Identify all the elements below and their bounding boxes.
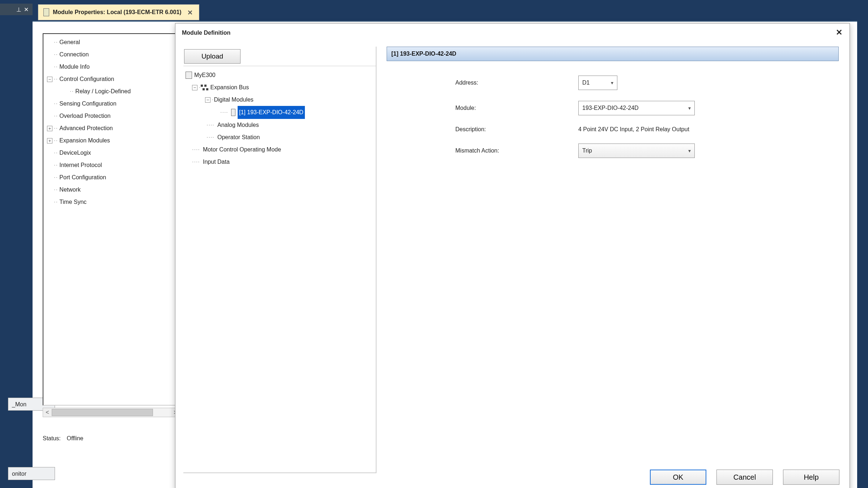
definition-tree[interactable]: MyE300 − · Expansion Bus − · Digital Mod… <box>183 66 376 171</box>
description-label: Description: <box>455 126 578 133</box>
nav-item-label: Connection <box>59 48 89 61</box>
upload-button[interactable]: Upload <box>184 49 241 64</box>
close-tab-icon[interactable]: ✕ <box>187 9 194 16</box>
nav-horizontal-scrollbar[interactable]: < > <box>43 408 180 417</box>
tree-selected-label: [1] 193-EXP-DIO-42-24D <box>238 106 305 119</box>
bus-icon <box>201 85 208 90</box>
nav-item-label: Expansion Modules <box>59 134 110 147</box>
tree-node-digital-modules[interactable]: − · Digital Modules <box>186 94 374 106</box>
row-mismatch: Mismatch Action: Trip ▾ <box>455 144 839 158</box>
description-value: 4 Point 24V DC Input, 2 Point Relay Outp… <box>578 126 689 133</box>
editor-area: _Mon onitor ·· General·· Connection·· Mo… <box>33 21 857 488</box>
tree-node-selected-module[interactable]: ···· [1] 193-EXP-DIO-42-24D <box>186 106 374 119</box>
nav-item[interactable]: ·· Internet Protocol <box>43 159 180 171</box>
module-label: Module: <box>455 105 578 111</box>
expand-icon[interactable]: + <box>47 126 52 131</box>
chevron-down-icon: ▾ <box>688 105 691 111</box>
nav-item-label: Network <box>59 184 81 196</box>
tree-node-root[interactable]: MyE300 <box>186 69 374 81</box>
nav-item-label: Port Configuration <box>59 171 106 184</box>
nav-item[interactable]: +·· Advanced Protection <box>43 122 180 134</box>
properties-nav-pane: ·· General·· Connection·· Module Info−··… <box>43 33 180 406</box>
document-tab-strip: Module Properties: Local (193-ECM-ETR 6.… <box>38 4 199 23</box>
pin-icon[interactable]: ⊥ <box>15 6 22 13</box>
help-button[interactable]: Help <box>783 470 839 485</box>
nav-item[interactable]: ·· Relay / Logic-Defined <box>43 85 180 98</box>
collapse-icon[interactable]: − <box>205 97 210 103</box>
scroll-track[interactable] <box>52 408 171 417</box>
nav-item[interactable]: ·· Time Sync <box>43 196 180 208</box>
nav-item[interactable]: ·· General <box>43 36 180 48</box>
dialog-button-row: OK Cancel Help <box>650 470 839 485</box>
module-icon <box>43 8 49 16</box>
nav-item[interactable]: ·· Port Configuration <box>43 171 180 184</box>
expand-icon[interactable]: + <box>47 138 52 144</box>
scroll-thumb[interactable] <box>52 409 153 416</box>
collapse-icon[interactable]: − <box>192 85 197 90</box>
detail-form: Address: D1 ▾ Module: 193-EXP-DIO-42-24D… <box>387 61 839 158</box>
cancel-button[interactable]: Cancel <box>716 470 773 485</box>
row-description: Description: 4 Point 24V DC Input, 2 Poi… <box>455 126 839 133</box>
nav-item[interactable]: ·· DeviceLogix <box>43 147 180 159</box>
document-tab-module-properties[interactable]: Module Properties: Local (193-ECM-ETR 6.… <box>38 4 199 20</box>
address-label: Address: <box>455 80 578 86</box>
nav-item-label: Advanced Protection <box>59 122 113 134</box>
detail-pane: [1] 193-EXP-DIO-42-24D Address: D1 ▾ Mod… <box>387 47 839 169</box>
nav-item[interactable]: ·· Connection <box>43 48 180 61</box>
tree-node-expansion-bus[interactable]: − · Expansion Bus <box>186 81 374 94</box>
mismatch-combo[interactable]: Trip ▾ <box>578 144 695 158</box>
tree-node-motor-control[interactable]: ···· Motor Control Operating Mode <box>186 144 374 156</box>
dialog-title-text: Module Definition <box>182 30 230 36</box>
tree-node-operator-station[interactable]: ···· Operator Station <box>186 131 374 144</box>
nav-item-label: Internet Protocol <box>59 159 102 171</box>
device-icon <box>186 72 192 79</box>
row-address: Address: D1 ▾ <box>455 76 839 90</box>
upload-row: Upload <box>183 47 376 66</box>
nav-item[interactable]: −·· Control Configuration <box>43 73 180 85</box>
status-line: Status: Offline <box>43 434 83 442</box>
module-definition-dialog: Module Definition ✕ Upload MyE300 − · <box>175 23 850 488</box>
detail-header: [1] 193-EXP-DIO-42-24D <box>387 47 839 61</box>
nav-item[interactable]: +·· Expansion Modules <box>43 134 180 147</box>
nav-item-label: Relay / Logic-Defined <box>75 85 131 98</box>
tree-node-input-data[interactable]: ···· Input Data <box>186 156 374 168</box>
module-icon <box>231 109 235 116</box>
chevron-down-icon: ▾ <box>611 80 613 86</box>
chevron-down-icon: ▾ <box>688 148 691 154</box>
nav-item-label: General <box>59 36 80 48</box>
status-value: Offline <box>67 435 83 441</box>
definition-tree-pane: Upload MyE300 − · Expansion Bus − <box>183 47 376 473</box>
nav-item-label: Control Configuration <box>59 73 114 85</box>
tree-node-analog-modules[interactable]: ···· Analog Modules <box>186 119 374 131</box>
nav-item[interactable]: ·· Module Info <box>43 61 180 73</box>
nav-item-label: Time Sync <box>59 196 86 208</box>
document-tab-title: Module Properties: Local (193-ECM-ETR 6.… <box>53 9 182 16</box>
module-combo[interactable]: 193-EXP-DIO-42-24D ▾ <box>578 101 695 115</box>
status-label: Status: <box>43 435 61 441</box>
dialog-close-button[interactable]: ✕ <box>832 26 846 39</box>
mismatch-label: Mismatch Action: <box>455 147 578 154</box>
address-combo[interactable]: D1 ▾ <box>578 76 617 90</box>
nav-item-label: Module Info <box>59 61 90 73</box>
nav-item[interactable]: ·· Network <box>43 184 180 196</box>
nav-item-label: DeviceLogix <box>59 147 91 159</box>
nav-item[interactable]: ·· Overload Protection <box>43 110 180 122</box>
dialog-titlebar[interactable]: Module Definition ✕ <box>175 23 850 42</box>
ok-button[interactable]: OK <box>650 470 706 485</box>
nav-item-label: Sensing Configuration <box>59 98 116 110</box>
collapse-icon[interactable]: − <box>47 77 52 82</box>
dialog-body: Upload MyE300 − · Expansion Bus − <box>183 47 843 455</box>
row-module: Module: 193-EXP-DIO-42-24D ▾ <box>455 101 839 115</box>
nav-item[interactable]: ·· Sensing Configuration <box>43 98 180 110</box>
side-tab-monitor[interactable]: onitor <box>8 467 55 480</box>
nav-item-label: Overload Protection <box>59 110 110 122</box>
properties-nav-tree[interactable]: ·· General·· Connection·· Module Info−··… <box>43 36 180 208</box>
left-dock-header: ⊥ ✕ <box>0 4 33 15</box>
close-dock-icon[interactable]: ✕ <box>22 6 30 13</box>
scroll-left-icon[interactable]: < <box>43 408 52 417</box>
